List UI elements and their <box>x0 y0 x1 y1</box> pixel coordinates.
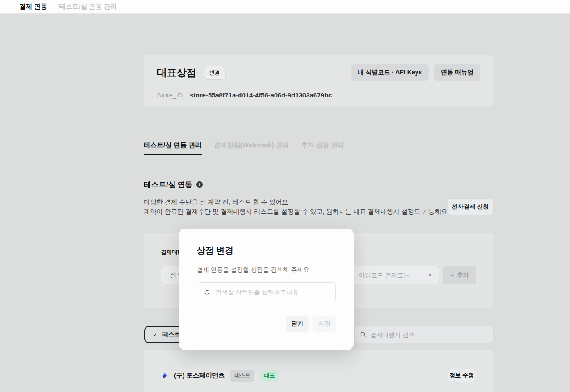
nav-divider <box>53 3 53 10</box>
app-screen: 결제 연동 테스트/실 연동 관리 대표상점 변경 내 식별코드 · API K… <box>0 0 570 392</box>
save-button[interactable]: 저장 <box>313 316 336 332</box>
store-search-input[interactable] <box>215 289 328 296</box>
close-button[interactable]: 닫기 <box>286 316 309 332</box>
store-change-modal: 상점 변경 결제 연동을 설정할 상점을 검색해 주세요 닫기 저장 <box>179 229 354 350</box>
modal-description: 결제 연동을 설정할 상점을 검색해 주세요 <box>197 266 336 274</box>
modal-title: 상점 변경 <box>197 245 336 257</box>
breadcrumb: 테스트/실 연동 관리 <box>59 3 117 11</box>
top-navbar: 결제 연동 테스트/실 연동 관리 <box>0 0 570 14</box>
modal-actions: 닫기 저장 <box>197 316 336 332</box>
search-icon <box>204 289 211 296</box>
nav-item-payment-integration[interactable]: 결제 연동 <box>19 3 47 11</box>
store-search-box <box>197 282 336 302</box>
